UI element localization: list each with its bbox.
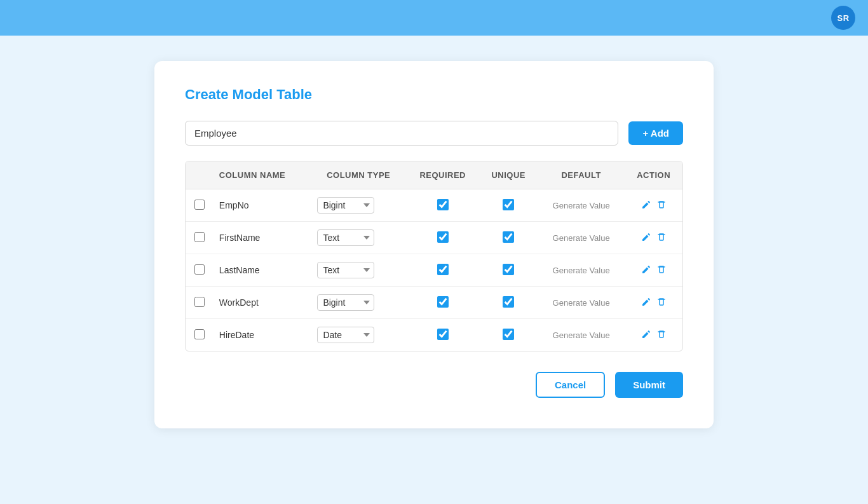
table-header: COLUMN NAME COLUMN TYPE REQUIRED UNIQUE …	[186, 161, 682, 189]
default-value-cell: Generate Value	[538, 319, 625, 351]
footer-buttons: Cancel Submit	[185, 372, 683, 398]
column-type-select[interactable]: BigintTextDateVarcharBooleanIntegerFloat	[317, 294, 374, 311]
col-header-name: COLUMN NAME	[214, 161, 311, 189]
table-row: LastNameBigintTextDateVarcharBooleanInte…	[186, 254, 682, 287]
columns-table: COLUMN NAME COLUMN TYPE REQUIRED UNIQUE …	[186, 161, 682, 351]
table-row: FirstNameBigintTextDateVarcharBooleanInt…	[186, 222, 682, 254]
submit-button[interactable]: Submit	[615, 372, 683, 398]
col-header-default: DEFAULT	[538, 161, 625, 189]
column-type-select[interactable]: BigintTextDateVarcharBooleanIntegerFloat	[317, 327, 374, 343]
column-type-select[interactable]: BigintTextDateVarcharBooleanIntegerFloat	[317, 197, 374, 214]
default-value-cell: Generate Value	[538, 189, 625, 222]
row-select-checkbox[interactable]	[194, 329, 205, 339]
unique-checkbox[interactable]	[503, 296, 514, 308]
col-header-type: COLUMN TYPE	[311, 161, 406, 189]
create-model-card: Create Model Table + Add COLUMN NAME COL…	[154, 61, 714, 428]
user-avatar[interactable]: SR	[831, 6, 855, 30]
delete-icon[interactable]	[656, 232, 667, 244]
action-cell	[625, 254, 682, 287]
action-cell	[625, 287, 682, 319]
column-name-cell: EmpNo	[214, 189, 311, 222]
table-row: HireDateBigintTextDateVarcharBooleanInte…	[186, 319, 682, 351]
unique-checkbox[interactable]	[503, 264, 514, 275]
column-type-select[interactable]: BigintTextDateVarcharBooleanIntegerFloat	[317, 262, 374, 278]
model-name-input[interactable]	[185, 121, 618, 146]
required-checkbox[interactable]	[437, 199, 449, 210]
column-type-select[interactable]: BigintTextDateVarcharBooleanIntegerFloat	[317, 229, 374, 246]
required-checkbox[interactable]	[437, 329, 449, 340]
column-name-cell: LastName	[214, 254, 311, 287]
columns-table-wrapper: COLUMN NAME COLUMN TYPE REQUIRED UNIQUE …	[185, 161, 683, 351]
edit-icon[interactable]	[641, 297, 651, 309]
col-header-required: REQUIRED	[406, 161, 479, 189]
unique-checkbox[interactable]	[503, 329, 514, 340]
default-value-cell: Generate Value	[538, 222, 625, 254]
table-row: WorkDeptBigintTextDateVarcharBooleanInte…	[186, 287, 682, 319]
row-select-checkbox[interactable]	[194, 264, 205, 275]
required-checkbox[interactable]	[437, 264, 449, 275]
edit-icon[interactable]	[641, 232, 651, 244]
col-header-action: ACTION	[625, 161, 682, 189]
model-name-row: + Add	[185, 121, 683, 146]
add-button[interactable]: + Add	[628, 121, 683, 145]
default-value-cell: Generate Value	[538, 287, 625, 319]
edit-icon[interactable]	[641, 200, 651, 212]
required-checkbox[interactable]	[437, 231, 449, 243]
action-cell	[625, 222, 682, 254]
col-header-select	[186, 161, 214, 189]
row-select-checkbox[interactable]	[194, 200, 205, 210]
column-name-cell: HireDate	[214, 319, 311, 351]
column-name-cell: WorkDept	[214, 287, 311, 319]
topbar: SR	[0, 0, 868, 36]
edit-icon[interactable]	[641, 329, 651, 341]
col-header-unique: UNIQUE	[479, 161, 538, 189]
action-cell	[625, 319, 682, 351]
main-content: Create Model Table + Add COLUMN NAME COL…	[0, 36, 868, 454]
row-select-checkbox[interactable]	[194, 232, 205, 242]
card-title: Create Model Table	[185, 86, 683, 103]
unique-checkbox[interactable]	[503, 199, 514, 210]
delete-icon[interactable]	[656, 297, 667, 309]
cancel-button[interactable]: Cancel	[536, 372, 605, 398]
delete-icon[interactable]	[656, 200, 667, 212]
edit-icon[interactable]	[641, 264, 651, 276]
delete-icon[interactable]	[656, 329, 667, 341]
delete-icon[interactable]	[656, 264, 667, 276]
row-select-checkbox[interactable]	[194, 297, 205, 307]
required-checkbox[interactable]	[437, 296, 449, 308]
action-cell	[625, 189, 682, 222]
default-value-cell: Generate Value	[538, 254, 625, 287]
column-name-cell: FirstName	[214, 222, 311, 254]
table-body: EmpNoBigintTextDateVarcharBooleanInteger…	[186, 189, 682, 351]
unique-checkbox[interactable]	[503, 231, 514, 243]
table-row: EmpNoBigintTextDateVarcharBooleanInteger…	[186, 189, 682, 222]
